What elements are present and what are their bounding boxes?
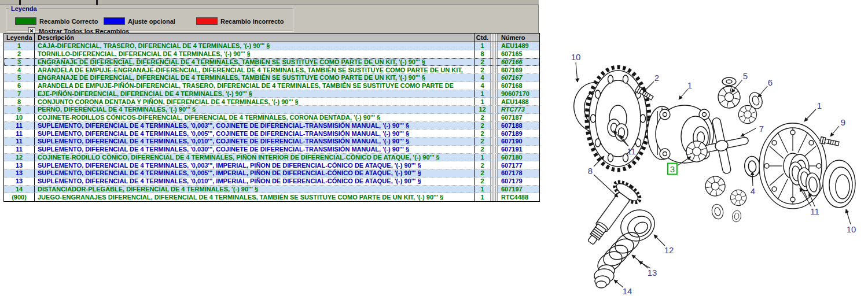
column-separator-band xyxy=(490,98,498,105)
parts-table: Leyenda Descripción Ctd. Número 1CAJA-DI… xyxy=(3,33,540,202)
table-row-13-607179[interactable]: 13SUPLEMENTO, DIFERENCIAL DE 4 TERMINALE… xyxy=(4,177,539,186)
column-separator-band xyxy=(490,161,498,169)
table-row-10-607187[interactable]: 10COJINETE-RODILLOS CÓNICOS-DIFERENCIAL,… xyxy=(4,114,539,122)
callout-14[interactable]: 14 xyxy=(623,286,632,296)
column-header-ctd[interactable]: Ctd. xyxy=(475,34,490,42)
cell-numero: 607187 xyxy=(498,114,539,121)
callout-5[interactable]: 5 xyxy=(743,71,748,81)
legend-item-label: Recambio incorrecto xyxy=(220,18,284,25)
cell-ctd: 1 xyxy=(475,193,490,201)
table-row-2-607165[interactable]: 2TORNILLO-DIFERENCIAL, DIFERENCIAL DE 4 … xyxy=(4,50,539,58)
cell-numero: 607190 xyxy=(498,138,539,145)
cell-numero: 607165 xyxy=(498,50,539,58)
table-row-3-607166[interactable]: 3ENGRANAJE DE DIFERENCIAL, DIFERENCIAL D… xyxy=(4,58,539,66)
callout-11[interactable]: 11 xyxy=(627,146,636,156)
callout-1[interactable]: 1 xyxy=(687,80,692,90)
table-row-1-AEU1489[interactable]: 1CAJA-DIFERENCIAL, TRASERO, DIFERENCIAL … xyxy=(4,42,539,50)
cell-leyenda: 9 xyxy=(4,106,35,113)
cell-numero: 607169 xyxy=(498,66,539,73)
callout-13[interactable]: 13 xyxy=(648,268,657,278)
callout-4[interactable]: 4 xyxy=(751,186,755,196)
cell-numero: RTC4488 xyxy=(498,193,539,201)
column-separator-band xyxy=(490,138,498,145)
parts-table-header: Leyenda Descripción Ctd. Número xyxy=(4,34,539,42)
table-row-900-RTC4488[interactable]: (900)JUEGO-ENGRANAJES DIFERENCIAL, DIFER… xyxy=(4,193,539,201)
column-separator-band xyxy=(490,169,498,177)
cell-descripcion: JUEGO-ENGRANAJES DIFERENCIAL, DIFERENCIA… xyxy=(35,193,475,201)
cell-numero: RTC773 xyxy=(498,106,539,113)
table-row-13-607178[interactable]: 13SUPLEMENTO, DIFERENCIAL DE 4 TERMINALE… xyxy=(4,169,539,177)
legend-color-swatch xyxy=(15,17,36,25)
table-row-5-607167[interactable]: 5ENGRANAJE DE DIFERENCIAL, DIFERENCIAL D… xyxy=(4,74,539,82)
cell-descripcion: CAJA-DIFERENCIAL, TRASERO, DIFERENCIAL D… xyxy=(35,42,475,50)
cell-ctd: 1 xyxy=(475,90,490,98)
table-row-8-AEU1488[interactable]: 8CONJUNTO CORONA DENTADA Y PIÑON, DIFERE… xyxy=(4,98,539,106)
cell-leyenda: 5 xyxy=(4,74,35,82)
table-row-7-90607170[interactable]: 7EJE-PIÑÓN-DIFERENCIAL, DIFERENCIAL DE 4… xyxy=(4,90,539,98)
cell-leyenda: 6 xyxy=(4,82,35,90)
callout-12[interactable]: 12 xyxy=(664,245,674,255)
cell-descripcion: PERNO, DIFERENCIAL DE 4 TERMINALES, '(-)… xyxy=(35,106,475,113)
cell-ctd: 2 xyxy=(475,177,490,185)
column-separator-band xyxy=(490,154,498,161)
cell-leyenda: 11 xyxy=(4,146,35,153)
cell-descripcion: ENGRANAJE DE DIFERENCIAL, DIFERENCIAL DE… xyxy=(35,74,475,82)
cell-descripcion: SUPLEMENTO, DIFERENCIAL DE 4 TERMINALES,… xyxy=(35,122,475,130)
table-row-6-607168[interactable]: 6ARANDELA DE EMPUJE-PIÑÓN-DIFERENCIAL, T… xyxy=(4,82,539,90)
cell-ctd: 1 xyxy=(475,154,490,161)
table-row-11-607189[interactable]: 11SUPLEMENTO, DIFERENCIAL DE 4 TERMINALE… xyxy=(4,130,539,138)
column-header-leyenda[interactable]: Leyenda xyxy=(4,34,35,42)
legend-item-label: Recambio Correcto xyxy=(39,18,98,25)
legend-panel: Leyenda Recambio CorrectoAjuste opcional… xyxy=(0,5,539,33)
table-row-12-607180[interactable]: 12COJINETE-RODILLO CÓNICO, DIFERENCIAL D… xyxy=(4,154,539,162)
column-separator-band xyxy=(490,146,498,153)
callout-11[interactable]: 11 xyxy=(810,206,819,216)
cell-ctd: 2 xyxy=(475,138,490,145)
callout-6[interactable]: 6 xyxy=(768,77,773,87)
table-row-14-607197[interactable]: 14DISTANCIADOR-PLEGABLE, DIFERENCIAL DE … xyxy=(4,186,539,194)
callout-1[interactable]: 1 xyxy=(817,101,822,110)
callout-8[interactable]: 8 xyxy=(588,166,593,176)
legend-item-label: Ajuste opcional xyxy=(128,18,175,25)
callout-3-selected[interactable]: 3 xyxy=(667,163,678,175)
table-row-11-607191[interactable]: 11SUPLEMENTO, DIFERENCIAL DE 4 TERMINALE… xyxy=(4,146,539,154)
table-row-11-607190[interactable]: 11SUPLEMENTO, DIFERENCIAL DE 4 TERMINALE… xyxy=(4,138,539,146)
cell-ctd: 1 xyxy=(475,98,490,105)
cell-descripcion: SUPLEMENTO, DIFERENCIAL DE 4 TERMINALES,… xyxy=(35,146,475,153)
legend-title: Leyenda xyxy=(9,5,39,12)
callout-9[interactable]: 9 xyxy=(841,117,845,127)
column-separator-band xyxy=(490,106,498,113)
column-separator-band xyxy=(490,130,498,137)
cell-ctd: 1 xyxy=(475,186,490,193)
cell-ctd: 4 xyxy=(475,74,490,82)
table-row-13-607177[interactable]: 13SUPLEMENTO, DIFERENCIAL DE 4 TERMINALE… xyxy=(4,161,539,169)
cell-ctd: 2 xyxy=(475,161,490,169)
table-row-11-607188[interactable]: 11SUPLEMENTO, DIFERENCIAL DE 4 TERMINALE… xyxy=(4,122,539,130)
column-separator-band xyxy=(490,114,498,121)
cell-numero: 607197 xyxy=(498,186,539,193)
table-row-9-RTC773[interactable]: 9PERNO, DIFERENCIAL DE 4 TERMINALES, '(-… xyxy=(4,106,539,114)
column-separator-band xyxy=(490,177,498,185)
legend-item: Ajuste opcional xyxy=(104,17,175,25)
cell-descripcion: CONJUNTO CORONA DENTADA Y PIÑON, DIFEREN… xyxy=(35,98,475,105)
cell-ctd: 2 xyxy=(475,66,490,73)
cell-ctd: 2 xyxy=(475,130,490,137)
cell-ctd: 2 xyxy=(475,169,490,177)
cell-descripcion: EJE-PIÑÓN-DIFERENCIAL, DIFERENCIAL DE 4 … xyxy=(35,90,475,98)
cell-descripcion: TORNILLO-DIFERENCIAL, DIFERENCIAL DE 4 T… xyxy=(35,50,475,58)
cell-leyenda: 13 xyxy=(4,177,35,185)
cell-descripcion: SUPLEMENTO, DIFERENCIAL DE 4 TERMINALES,… xyxy=(35,169,475,177)
callout-2[interactable]: 2 xyxy=(654,73,659,83)
column-header-descripcion[interactable]: Descripción xyxy=(35,34,475,42)
callout-10[interactable]: 10 xyxy=(847,224,856,234)
column-header-numero[interactable]: Número xyxy=(498,34,539,42)
cell-numero: 607177 xyxy=(498,161,539,169)
cell-descripcion: SUPLEMENTO, DIFERENCIAL DE 4 TERMINALES,… xyxy=(35,161,475,169)
cell-numero: 607191 xyxy=(498,146,539,153)
callout-10[interactable]: 10 xyxy=(571,52,581,62)
cell-leyenda: 13 xyxy=(4,161,35,169)
table-row-4-607169[interactable]: 4ARANDELA DE EMPUJE-ENGRANAJE-DIFERENCIA… xyxy=(4,66,539,74)
cell-numero: 607179 xyxy=(498,177,539,185)
callout-7[interactable]: 7 xyxy=(759,124,764,134)
exploded-diagram-drawing xyxy=(544,0,868,307)
